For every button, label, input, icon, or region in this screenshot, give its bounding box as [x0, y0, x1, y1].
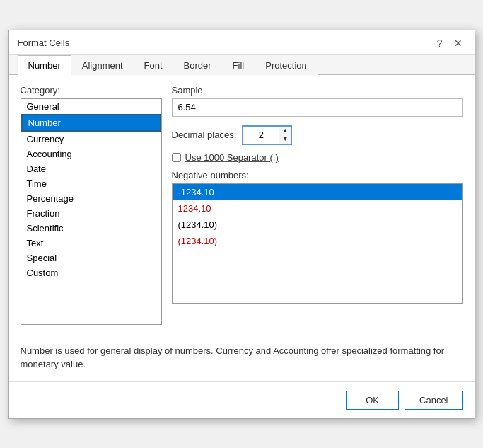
close-button[interactable]: ✕ [450, 36, 466, 50]
cat-currency[interactable]: Currency [21, 132, 161, 147]
right-panel: Sample 6.54 Decimal places: ▲ ▼ [172, 85, 463, 325]
decimal-decrement[interactable]: ▼ [279, 135, 291, 144]
separator-label[interactable]: Use 1000 Separator (,) [185, 152, 279, 163]
separator-checkbox[interactable] [172, 153, 181, 162]
tab-font[interactable]: Font [134, 55, 173, 75]
tab-number[interactable]: Number [18, 55, 71, 75]
decimal-row: Decimal places: ▲ ▼ [172, 125, 463, 145]
ok-button[interactable]: OK [346, 391, 399, 410]
title-bar: Format Cells ? ✕ [9, 30, 475, 55]
neg-item-0[interactable]: -1234.10 [173, 184, 462, 200]
decimal-increment[interactable]: ▲ [279, 127, 291, 135]
cat-scientific[interactable]: Scientific [21, 221, 161, 236]
negative-label: Negative numbers: [172, 170, 463, 180]
footer: OK Cancel [9, 381, 475, 418]
tab-alignment[interactable]: Alignment [71, 55, 134, 75]
cat-general[interactable]: General [21, 99, 161, 114]
tab-bar: Number Alignment Font Border Fill Protec… [9, 55, 475, 75]
format-cells-dialog: Format Cells ? ✕ Number Alignment Font B… [8, 30, 475, 419]
sample-section: Sample 6.54 [172, 85, 463, 117]
description-text: Number is used for general display of nu… [21, 345, 445, 370]
neg-item-2[interactable]: (1234.10) [173, 217, 462, 233]
cat-time[interactable]: Time [21, 176, 161, 191]
decimal-input-wrap: ▲ ▼ [242, 125, 292, 145]
separator-row: Use 1000 Separator (,) [172, 152, 463, 163]
main-area: Category: General Number Currency Accoun… [21, 85, 463, 325]
neg-item-3[interactable]: (1234.10) [173, 233, 462, 249]
category-list[interactable]: General Number Currency Accounting Date … [21, 98, 162, 325]
decimal-label: Decimal places: [172, 130, 237, 140]
decimal-spinner: ▲ ▼ [279, 127, 291, 144]
cat-custom[interactable]: Custom [21, 265, 161, 280]
cat-accounting[interactable]: Accounting [21, 147, 161, 161]
sample-value: 6.54 [172, 98, 463, 117]
tab-protection[interactable]: Protection [255, 55, 318, 75]
title-actions: ? ✕ [433, 36, 466, 50]
cat-fraction[interactable]: Fraction [21, 206, 161, 221]
category-label: Category: [21, 85, 162, 96]
category-panel: Category: General Number Currency Accoun… [21, 85, 162, 325]
cat-number[interactable]: Number [21, 114, 161, 132]
tab-border[interactable]: Border [173, 55, 222, 75]
description: Number is used for general display of nu… [21, 335, 463, 372]
cat-date[interactable]: Date [21, 161, 161, 176]
cat-special[interactable]: Special [21, 251, 161, 265]
sample-label: Sample [172, 85, 463, 96]
cat-percentage[interactable]: Percentage [21, 191, 161, 206]
tab-fill[interactable]: Fill [222, 55, 255, 75]
decimal-input[interactable] [243, 127, 279, 144]
tab-content: Category: General Number Currency Accoun… [9, 75, 475, 381]
negative-list[interactable]: -1234.10 1234.10 (1234.10) (1234.10) [172, 183, 463, 304]
cat-text[interactable]: Text [21, 236, 161, 251]
negative-section: Negative numbers: -1234.10 1234.10 (1234… [172, 170, 463, 304]
cancel-button[interactable]: Cancel [405, 391, 462, 410]
dialog-title: Format Cells [18, 38, 70, 48]
neg-item-1[interactable]: 1234.10 [173, 200, 462, 217]
help-button[interactable]: ? [433, 36, 446, 50]
